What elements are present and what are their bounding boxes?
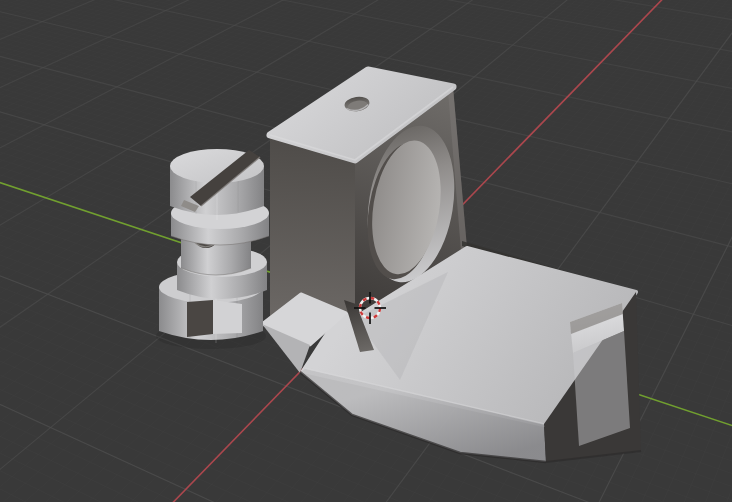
3d-cursor — [0, 0, 732, 502]
3d-cursor-glyph — [354, 292, 386, 324]
3d-viewport[interactable] — [0, 0, 732, 502]
